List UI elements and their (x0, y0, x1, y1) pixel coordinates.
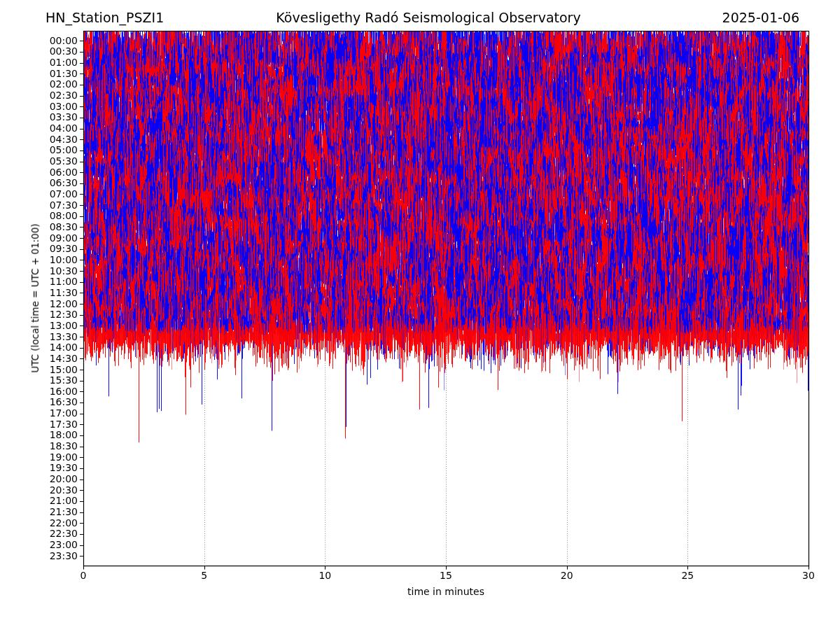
helicorder-plot-canvas (0, 0, 840, 630)
observatory-title: Kövesligethy Radó Seismological Observat… (276, 10, 580, 25)
y-axis-label: UTC (local time = UTC + 01:00) (29, 223, 41, 372)
date-title: 2025-01-06 (722, 10, 799, 25)
seismogram-figure: HN_Station_PSZI1 Kövesligethy Radó Seism… (0, 0, 840, 630)
x-axis-label: time in minutes (407, 586, 484, 597)
station-title: HN_Station_PSZI1 (46, 10, 164, 25)
